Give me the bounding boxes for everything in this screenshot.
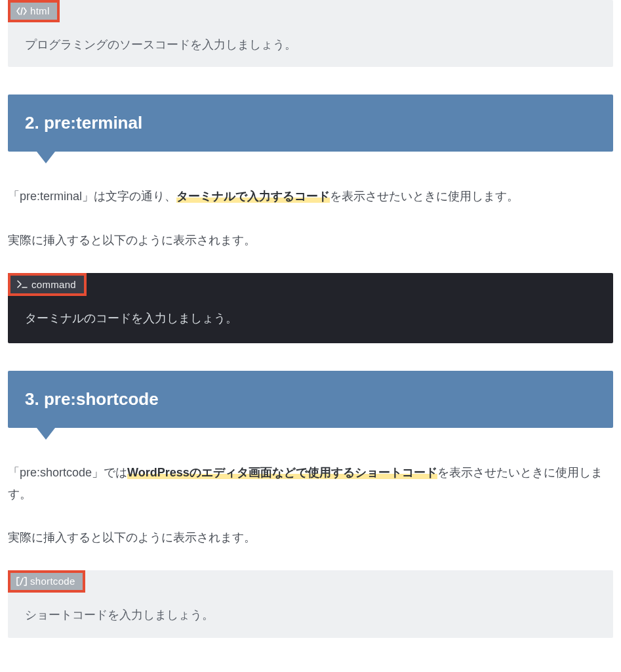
section-heading-3: 3. pre:shortcode: [8, 371, 613, 428]
codeblock-body: プログラミングのソースコードを入力しましょう。: [8, 22, 613, 55]
codeblock-label-text: html: [30, 6, 50, 16]
codeblock-label: shortcode: [10, 573, 83, 590]
shortcode-icon: [16, 577, 27, 586]
highlighted-text: ターミナルで入力するコード: [176, 190, 330, 203]
codeblock-terminal: command ターミナルのコードを入力しましょう。: [8, 273, 613, 343]
codeblock-label-text: command: [31, 280, 76, 289]
codeblock-label: html: [10, 3, 57, 20]
codeblock-label: command: [10, 276, 84, 293]
paragraph: 「pre:shortcode」ではWordPressのエディタ画面などで使用する…: [8, 462, 613, 505]
codeblock-shortcode: shortcode ショートコードを入力しましょう。: [8, 570, 613, 637]
codeblock-html: html プログラミングのソースコードを入力しましょう。: [8, 0, 613, 67]
terminal-icon: [17, 280, 28, 288]
highlight-box: html: [8, 0, 60, 22]
paragraph: 実際に挿入すると以下のように表示されます。: [8, 230, 613, 251]
highlight-box: shortcode: [8, 570, 85, 593]
code-icon: [16, 7, 27, 15]
codeblock-label-text: shortcode: [30, 576, 75, 586]
text: を表示させたいときに使用します。: [330, 190, 519, 203]
text: 「pre:shortcode」では: [8, 466, 127, 479]
paragraph: 「pre:terminal」は文字の通り、ターミナルで入力するコードを表示させた…: [8, 186, 613, 207]
codeblock-body: ショートコードを入力しましょう。: [8, 593, 613, 625]
codeblock-body: ターミナルのコードを入力しましょう。: [8, 296, 613, 329]
highlight-box: command: [8, 273, 87, 296]
section-heading-2: 2. pre:terminal: [8, 94, 613, 152]
highlighted-text: WordPressのエディタ画面などで使用するショートコード: [127, 466, 437, 479]
paragraph: 実際に挿入すると以下のように表示されます。: [8, 527, 613, 548]
text: 「pre:terminal」は文字の通り、: [8, 190, 176, 203]
